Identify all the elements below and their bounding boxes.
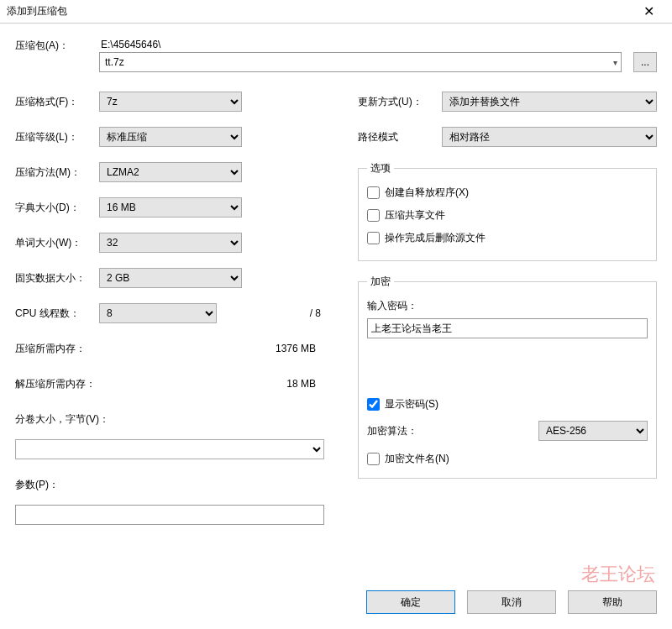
pathmode-label: 路径模式 xyxy=(358,130,442,144)
help-button[interactable]: 帮助 xyxy=(568,590,657,614)
memd-value: 18 MB xyxy=(116,378,324,390)
pathmode-select[interactable]: 相对路径 xyxy=(442,127,657,147)
split-select[interactable] xyxy=(15,439,324,459)
encryption-fieldset: 加密 输入密码： 显示密码(S) 加密算法：AES-256 加密文件名(N) xyxy=(358,275,657,479)
archive-label: 压缩包(A)： xyxy=(15,39,99,53)
options-fieldset: 选项 创建自释放程序(X) 压缩共享文件 操作完成后删除源文件 xyxy=(358,161,657,261)
ok-button[interactable]: 确定 xyxy=(366,590,455,614)
browse-button[interactable]: ... xyxy=(633,52,657,72)
method-label: 压缩方法(M)： xyxy=(15,165,99,180)
watermark-text: 老王论坛 xyxy=(581,562,655,587)
titlebar: 添加到压缩包 ✕ xyxy=(0,0,672,24)
password-label: 输入密码： xyxy=(367,299,648,313)
level-select[interactable]: 标准压缩 xyxy=(99,127,242,147)
word-select[interactable]: 32 xyxy=(99,233,242,253)
dict-select[interactable]: 16 MB xyxy=(99,197,242,218)
button-bar: 确定 取消 帮助 xyxy=(366,590,657,614)
solid-label: 固实数据大小： xyxy=(15,271,99,286)
method-select[interactable]: LZMA2 xyxy=(99,162,242,182)
encryption-legend: 加密 xyxy=(367,275,394,289)
params-label: 参数(P)： xyxy=(15,478,59,492)
cpu-label: CPU 线程数： xyxy=(15,307,99,321)
opt-shared-checkbox[interactable]: 压缩共享文件 xyxy=(367,208,648,223)
showpwd-checkbox[interactable]: 显示密码(S) xyxy=(367,397,648,411)
params-input[interactable] xyxy=(15,505,324,525)
opt-sfx-checkbox[interactable]: 创建自释放程序(X) xyxy=(367,186,648,200)
password-input[interactable] xyxy=(367,318,648,338)
encnames-checkbox[interactable]: 加密文件名(N) xyxy=(367,452,648,466)
update-label: 更新方式(U)： xyxy=(358,95,442,109)
right-column: 更新方式(U)：添加并替换文件 路径模式相对路径 选项 创建自释放程序(X) 压… xyxy=(358,91,657,539)
cancel-button[interactable]: 取消 xyxy=(467,590,556,614)
archive-row: 压缩包(A)： E:\45645646\ tt.7z ▾ ... xyxy=(15,39,657,72)
window-title: 添加到压缩包 xyxy=(7,4,632,18)
split-label: 分卷大小，字节(V)： xyxy=(15,412,109,427)
memc-label: 压缩所需内存： xyxy=(15,342,116,356)
format-label: 压缩格式(F)： xyxy=(15,95,99,109)
update-select[interactable]: 添加并替换文件 xyxy=(442,92,657,112)
memc-value: 1376 MB xyxy=(116,343,324,354)
level-label: 压缩等级(L)： xyxy=(15,130,99,144)
options-legend: 选项 xyxy=(367,161,394,176)
close-icon[interactable]: ✕ xyxy=(632,3,665,19)
archive-file-combo[interactable]: tt.7z ▾ xyxy=(99,52,622,72)
cpu-total: / 8 xyxy=(223,307,324,319)
memd-label: 解压缩所需内存： xyxy=(15,377,116,391)
encmethod-select[interactable]: AES-256 xyxy=(538,421,648,441)
cpu-select[interactable]: 8 xyxy=(99,303,217,323)
word-label: 单词大小(W)： xyxy=(15,236,99,250)
opt-delete-checkbox[interactable]: 操作完成后删除源文件 xyxy=(367,231,648,245)
chevron-down-icon: ▾ xyxy=(613,58,617,67)
left-column: 压缩格式(F)：7z 压缩等级(L)：标准压缩 压缩方法(M)：LZMA2 字典… xyxy=(15,91,324,539)
archive-file-value: tt.7z xyxy=(105,56,124,68)
format-select[interactable]: 7z xyxy=(99,92,242,112)
archive-path-text: E:\45645646\ xyxy=(101,39,622,50)
dict-label: 字典大小(D)： xyxy=(15,201,99,215)
solid-select[interactable]: 2 GB xyxy=(99,268,242,288)
encmethod-label: 加密算法： xyxy=(367,424,451,438)
